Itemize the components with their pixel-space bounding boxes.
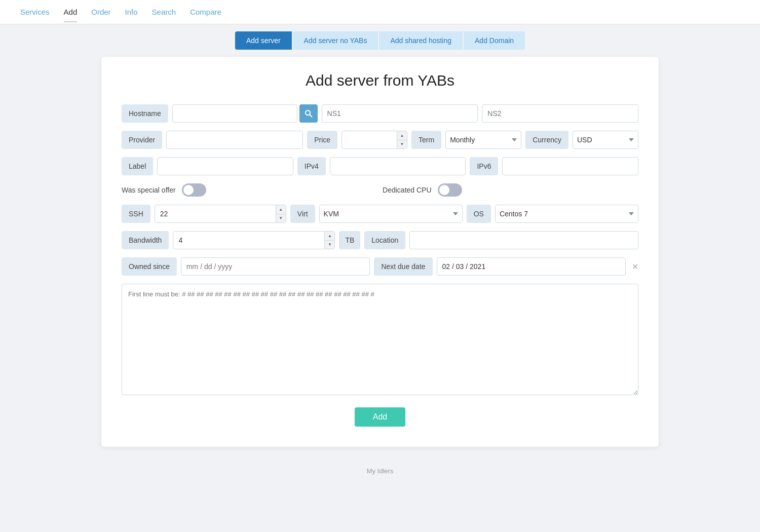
tb-label: TB <box>339 231 360 249</box>
owned-since-label: Owned since <box>122 257 177 276</box>
subnav-add-shared-hosting[interactable]: Add shared hosting <box>379 31 463 50</box>
ssh-label: SSH <box>122 205 150 223</box>
date-clear-icon[interactable]: ✕ <box>632 262 638 272</box>
hostname-input[interactable] <box>172 104 297 123</box>
ssh-input[interactable] <box>155 205 286 223</box>
location-label: Location <box>364 231 405 249</box>
row-toggles: Was special offer Dedicated CPU <box>122 183 638 197</box>
ipv4-label: IPv4 <box>297 157 326 175</box>
currency-label: Currency <box>525 131 568 149</box>
price-spinner: ▲ ▼ <box>341 131 407 149</box>
provider-input[interactable] <box>166 131 303 149</box>
subnav-add-domain[interactable]: Add Domain <box>464 31 525 50</box>
add-button[interactable]: Add <box>355 407 405 427</box>
location-input[interactable] <box>409 231 638 249</box>
os-label: OS <box>467 205 491 223</box>
bandwidth-up[interactable]: ▲ <box>325 232 334 241</box>
bandwidth-down[interactable]: ▼ <box>325 241 334 249</box>
hostname-search-button[interactable] <box>299 104 318 123</box>
ns2-input[interactable] <box>482 104 638 123</box>
footer: My Idlers <box>367 462 394 485</box>
hostname-label: Hostname <box>122 104 168 123</box>
special-offer-slider <box>182 183 206 197</box>
hostname-wrap <box>172 104 318 123</box>
dedicated-cpu-group: Dedicated CPU <box>383 183 462 197</box>
footer-label: My Idlers <box>367 467 394 475</box>
ns1-input[interactable] <box>322 104 478 123</box>
price-label: Price <box>307 131 337 149</box>
nav-order[interactable]: Order <box>91 2 110 22</box>
bandwidth-input[interactable] <box>173 231 335 249</box>
dedicated-cpu-slider <box>438 183 462 197</box>
virt-select[interactable]: KVM OpenVZ Xen VMware <box>319 205 463 223</box>
special-offer-toggle[interactable] <box>182 183 206 197</box>
nav-add[interactable]: Add <box>64 2 78 22</box>
ssh-spinner: ▲ ▼ <box>155 205 286 223</box>
subnav-add-server[interactable]: Add server <box>235 31 292 50</box>
virt-label: Virt <box>290 205 315 223</box>
os-select[interactable]: Centos 7 Ubuntu 20.04 Debian 10 Windows <box>495 205 638 223</box>
row-bandwidth: Bandwidth ▲ ▼ TB Location <box>122 231 638 249</box>
next-due-date-label: Next due date <box>374 257 432 276</box>
currency-select[interactable]: USD EUR GBP <box>573 131 638 149</box>
price-down[interactable]: ▼ <box>397 140 407 149</box>
nav-compare[interactable]: Compare <box>190 2 221 22</box>
dedicated-cpu-toggle[interactable] <box>438 183 462 197</box>
bandwidth-arrows: ▲ ▼ <box>324 232 334 249</box>
ipv6-label: IPv6 <box>470 157 498 175</box>
owned-since-input[interactable] <box>181 257 370 276</box>
subnav-add-server-no-yabs[interactable]: Add server no YABs <box>293 31 378 50</box>
row-label: Label IPv4 IPv6 <box>122 157 638 175</box>
nav-services[interactable]: Services <box>20 2 50 22</box>
top-nav: Services Add Order Info Search Compare <box>0 0 760 24</box>
next-due-date-input[interactable] <box>437 257 626 276</box>
label-label: Label <box>122 157 153 175</box>
row-dates: Owned since Next due date ✕ <box>122 257 638 276</box>
ipv6-input[interactable] <box>502 157 638 175</box>
term-label: Term <box>411 131 441 149</box>
ipv4-input[interactable] <box>330 157 466 175</box>
dedicated-cpu-label: Dedicated CPU <box>383 186 432 194</box>
row-provider: Provider Price ▲ ▼ Term Monthly Yearly Q… <box>122 131 638 149</box>
row-hostname: Hostname <box>122 104 638 123</box>
svg-point-0 <box>306 110 310 115</box>
form-title: Add server from YABs <box>122 72 638 89</box>
yabs-textarea[interactable] <box>122 284 638 395</box>
bandwidth-label: Bandwidth <box>122 231 169 249</box>
provider-label: Provider <box>122 131 162 149</box>
bandwidth-spinner: ▲ ▼ <box>173 231 335 249</box>
main-card: Add server from YABs Hostname Provider P… <box>101 57 659 447</box>
term-select[interactable]: Monthly Yearly Quarterly Biannually <box>445 131 521 149</box>
nav-info[interactable]: Info <box>125 2 138 22</box>
ssh-arrows: ▲ ▼ <box>276 205 286 222</box>
price-arrows: ▲ ▼ <box>397 131 407 148</box>
label-input[interactable] <box>157 157 293 175</box>
ssh-up[interactable]: ▲ <box>276 205 286 214</box>
special-offer-group: Was special offer <box>122 183 206 197</box>
nav-search[interactable]: Search <box>152 2 176 22</box>
sub-nav: Add server Add server no YABs Add shared… <box>0 24 760 57</box>
price-up[interactable]: ▲ <box>397 131 407 140</box>
row-ssh: SSH ▲ ▼ Virt KVM OpenVZ Xen VMware OS Ce… <box>122 205 638 223</box>
special-offer-label: Was special offer <box>122 186 176 194</box>
search-icon <box>305 109 313 118</box>
svg-line-1 <box>310 115 312 117</box>
ssh-down[interactable]: ▼ <box>276 214 286 223</box>
